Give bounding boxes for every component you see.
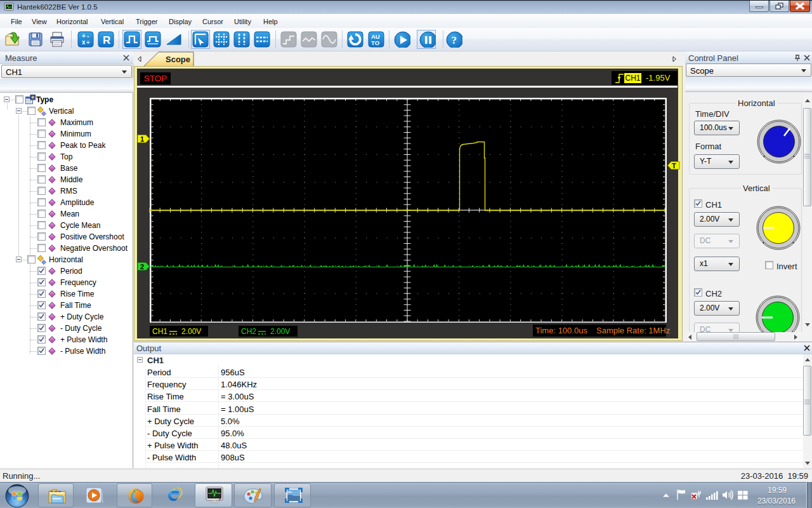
svg-text:TO: TO	[371, 39, 379, 46]
svg-text:Scope: Scope	[166, 55, 190, 64]
svg-text:1: 1	[140, 135, 144, 143]
svg-text:T: T	[672, 162, 676, 170]
svg-text:R: R	[103, 34, 110, 46]
svg-text:?: ?	[452, 34, 457, 46]
svg-text:2: 2	[140, 263, 144, 271]
svg-text:÷: ÷	[86, 39, 90, 46]
svg-text:x: x	[82, 39, 86, 46]
